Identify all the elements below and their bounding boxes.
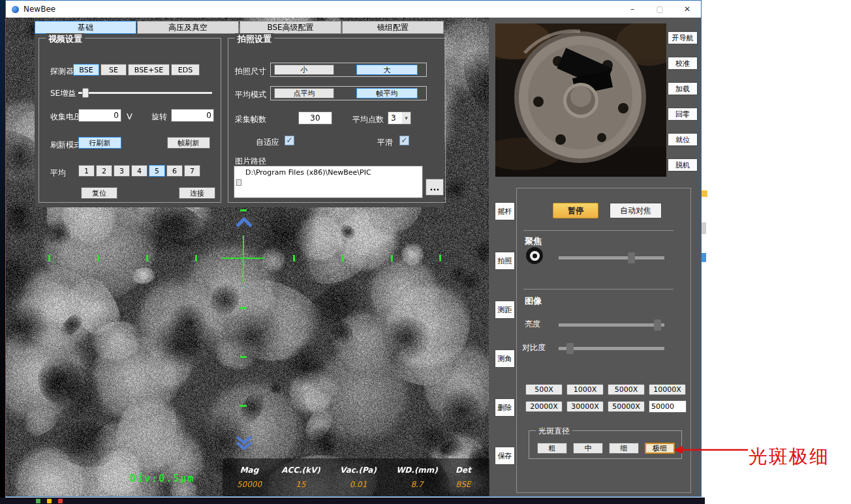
- detector-se-button[interactable]: SE: [101, 64, 127, 76]
- chamber-photo: [495, 23, 666, 177]
- capture-frames-input[interactable]: [298, 111, 332, 125]
- mag-20000x-button[interactable]: 20000X: [525, 401, 563, 412]
- tab-lens-config[interactable]: 镜组配置: [342, 21, 444, 34]
- detector-bse-button[interactable]: BSE: [73, 64, 99, 76]
- minimize-button[interactable]: –: [619, 1, 646, 18]
- spot-coarse-button[interactable]: 粗: [537, 443, 567, 454]
- spot-fine-button[interactable]: 细: [609, 443, 639, 454]
- annotation-arrow-icon: [672, 443, 749, 456]
- frame-average-button[interactable]: 帧平均: [356, 88, 418, 98]
- reset-button[interactable]: 复位: [81, 187, 117, 199]
- tab-basic[interactable]: 基础: [35, 21, 136, 34]
- path-icon: [236, 179, 241, 186]
- measure-distance-button[interactable]: 测距: [495, 301, 515, 319]
- image-path-box[interactable]: D:\Program Files (x86)\NewBee\PIC: [234, 166, 423, 198]
- average-2-button[interactable]: 2: [96, 165, 112, 177]
- average-3-button[interactable]: 3: [114, 165, 130, 177]
- average-6-button[interactable]: 6: [166, 165, 183, 177]
- save-button[interactable]: 保存: [495, 447, 515, 465]
- taskbar: [0, 497, 705, 504]
- chevron-up-icon[interactable]: [234, 217, 254, 228]
- mag-5000x-button[interactable]: 5000X: [608, 384, 645, 395]
- taskbar-app-icon[interactable]: [36, 499, 40, 503]
- desktop-artifact: [702, 222, 706, 234]
- spot-extra-fine-button[interactable]: 极细: [645, 443, 675, 454]
- focus-slider-track[interactable]: [559, 256, 664, 259]
- average-1-button[interactable]: 1: [78, 165, 95, 177]
- average-points-dropdown[interactable]: 3 ▾: [388, 111, 411, 125]
- adaptive-checkbox[interactable]: ✓: [285, 136, 294, 145]
- pause-button[interactable]: 暂停: [553, 203, 598, 218]
- tab-high-voltage-vacuum[interactable]: 高压及真空: [137, 21, 239, 34]
- maximize-button[interactable]: ▢: [646, 1, 673, 18]
- mag-500x-button[interactable]: 500X: [525, 384, 563, 395]
- offline-button[interactable]: 脱机: [668, 158, 698, 171]
- close-button[interactable]: ✕: [673, 1, 701, 18]
- video-settings-group: 视频设置 探测器 BSE SE BSE+SE EDS SE增益 收集电压 V 旋…: [39, 38, 221, 203]
- spot-medium-button[interactable]: 中: [573, 443, 603, 454]
- brightness-label: 亮度: [525, 319, 540, 330]
- basic-settings-panel: 视频设置 探测器 BSE SE BSE+SE EDS SE增益 收集电压 V 旋…: [35, 34, 444, 207]
- detector-bse-se-button[interactable]: BSE+SE: [128, 64, 170, 76]
- measure-angle-button[interactable]: 测角: [495, 349, 515, 368]
- focus-target-icon[interactable]: [526, 247, 543, 264]
- brightness-slider-track[interactable]: [559, 323, 664, 327]
- home-zero-button[interactable]: 回零: [668, 108, 698, 121]
- open-navigation-button[interactable]: 开导航: [668, 31, 698, 44]
- contrast-slider-thumb[interactable]: [566, 343, 574, 354]
- rotation-input[interactable]: [171, 109, 214, 122]
- contrast-label: 对比度: [522, 342, 546, 353]
- point-average-button[interactable]: 点平均: [274, 88, 334, 98]
- mag-10000x-button[interactable]: 10000X: [649, 384, 686, 395]
- adaptive-label: 自适应: [256, 137, 279, 148]
- smooth-checkbox[interactable]: ✓: [399, 136, 409, 145]
- detector-eds-button[interactable]: EDS: [171, 64, 200, 76]
- taskbar-app-icon[interactable]: [58, 499, 63, 503]
- line-refresh-button[interactable]: 行刷新: [78, 137, 121, 149]
- scale-tick: [342, 255, 344, 261]
- average-5-button[interactable]: 5: [149, 165, 165, 177]
- collect-voltage-input[interactable]: [78, 109, 121, 122]
- average-7-button[interactable]: 7: [184, 165, 200, 177]
- capture-button[interactable]: 拍照: [495, 252, 515, 270]
- size-small-button[interactable]: 小: [274, 65, 334, 75]
- autofocus-button[interactable]: 自动对焦: [610, 203, 662, 218]
- taskbar-app-icon[interactable]: [47, 499, 52, 503]
- divider: [523, 289, 673, 289]
- calibrate-button[interactable]: 校准: [668, 57, 698, 70]
- spot-diameter-label: 光斑直径: [536, 426, 572, 437]
- focus-slider-thumb[interactable]: [628, 252, 635, 263]
- se-gain-slider-thumb[interactable]: [82, 88, 89, 98]
- scale-tick: [146, 255, 148, 261]
- joystick-button[interactable]: 摇杆: [495, 202, 515, 220]
- desktop-artifact: [702, 253, 706, 262]
- scale-tick: [391, 255, 393, 261]
- tab-bse-advanced-config[interactable]: BSE高级配置: [240, 21, 341, 34]
- mag-value: 50000: [226, 480, 272, 489]
- load-button[interactable]: 加载: [668, 82, 698, 95]
- titlebar: NewBee – ▢ ✕: [6, 1, 701, 18]
- window-content: Div:0.5μm Mag ACC.(kV) Vac.(Pa) WD.(mm) …: [6, 18, 701, 496]
- magnification-input[interactable]: [649, 400, 687, 413]
- contrast-slider-track[interactable]: [559, 347, 664, 350]
- delete-button[interactable]: 删除: [495, 398, 515, 417]
- browse-button[interactable]: ...: [425, 179, 444, 196]
- spot-diameter-group: 光斑直径 粗 中 细 极细: [529, 430, 682, 459]
- connect-button[interactable]: 连接: [179, 187, 215, 199]
- mag-50000x-button[interactable]: 50000X: [608, 401, 645, 412]
- refresh-mode-label: 刷新模式: [50, 140, 82, 151]
- det-value: BSE: [447, 480, 480, 489]
- in-position-button[interactable]: 就位: [668, 133, 698, 146]
- photo-size-label: 拍照尺寸: [235, 66, 266, 77]
- video-settings-title: 视频设置: [46, 33, 85, 45]
- mag-1000x-button[interactable]: 1000X: [566, 384, 604, 395]
- se-gain-slider-track[interactable]: [78, 92, 212, 94]
- size-large-button[interactable]: 大: [356, 65, 418, 75]
- window-controls: – ▢ ✕: [619, 1, 701, 18]
- average-4-button[interactable]: 4: [131, 165, 147, 177]
- info-header: Mag: [226, 466, 272, 475]
- chevron-down-icon[interactable]: [234, 435, 254, 451]
- mag-30000x-button[interactable]: 30000X: [566, 401, 604, 412]
- frame-refresh-button[interactable]: 帧刷新: [167, 137, 210, 149]
- brightness-slider-thumb[interactable]: [654, 319, 661, 331]
